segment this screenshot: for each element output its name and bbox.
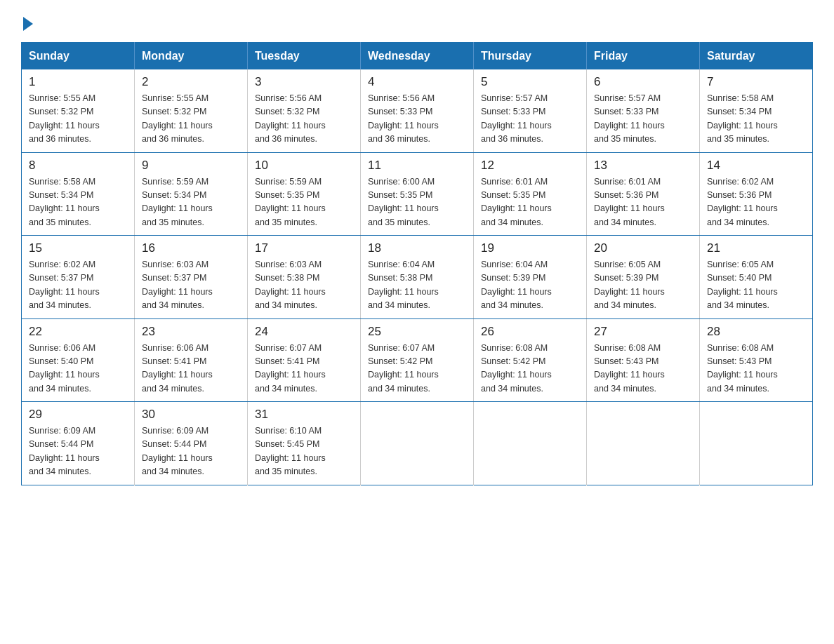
day-info: Sunrise: 6:09 AM Sunset: 5:44 PM Dayligh…: [29, 424, 127, 479]
day-number: 15: [29, 241, 127, 255]
day-number: 3: [255, 75, 353, 89]
day-info: Sunrise: 5:58 AM Sunset: 5:34 PM Dayligh…: [707, 92, 805, 147]
logo: [21, 14, 33, 28]
day-info: Sunrise: 5:57 AM Sunset: 5:33 PM Dayligh…: [481, 92, 579, 147]
calendar-cell: 21 Sunrise: 6:05 AM Sunset: 5:40 PM Dayl…: [700, 236, 813, 319]
day-number: 20: [594, 241, 692, 255]
calendar-cell: 20 Sunrise: 6:05 AM Sunset: 5:39 PM Dayl…: [587, 236, 700, 319]
calendar-cell: 5 Sunrise: 5:57 AM Sunset: 5:33 PM Dayli…: [474, 69, 587, 152]
day-number: 29: [29, 408, 127, 422]
day-number: 28: [707, 325, 805, 339]
calendar-cell: [587, 402, 700, 485]
calendar-table: SundayMondayTuesdayWednesdayThursdayFrid…: [21, 42, 813, 485]
day-number: 14: [707, 159, 805, 173]
day-info: Sunrise: 6:00 AM Sunset: 5:35 PM Dayligh…: [368, 175, 466, 230]
day-info: Sunrise: 5:56 AM Sunset: 5:32 PM Dayligh…: [255, 92, 353, 147]
day-number: 27: [594, 325, 692, 339]
header-thursday: Thursday: [474, 43, 587, 70]
header-wednesday: Wednesday: [361, 43, 474, 70]
day-info: Sunrise: 5:55 AM Sunset: 5:32 PM Dayligh…: [29, 92, 127, 147]
day-number: 8: [29, 159, 127, 173]
calendar-cell: 29 Sunrise: 6:09 AM Sunset: 5:44 PM Dayl…: [22, 402, 135, 485]
day-number: 9: [142, 159, 240, 173]
day-info: Sunrise: 6:03 AM Sunset: 5:37 PM Dayligh…: [142, 258, 240, 313]
day-info: Sunrise: 6:06 AM Sunset: 5:41 PM Dayligh…: [142, 342, 240, 396]
calendar-cell: 17 Sunrise: 6:03 AM Sunset: 5:38 PM Dayl…: [248, 236, 361, 319]
week-row-2: 8 Sunrise: 5:58 AM Sunset: 5:34 PM Dayli…: [22, 152, 813, 236]
calendar-cell: 24 Sunrise: 6:07 AM Sunset: 5:41 PM Dayl…: [248, 318, 361, 402]
calendar-cell: 28 Sunrise: 6:08 AM Sunset: 5:43 PM Dayl…: [700, 318, 813, 402]
day-number: 25: [368, 325, 466, 339]
day-number: 13: [594, 159, 692, 173]
calendar-cell: 12 Sunrise: 6:01 AM Sunset: 5:35 PM Dayl…: [474, 152, 587, 236]
calendar-cell: 25 Sunrise: 6:07 AM Sunset: 5:42 PM Dayl…: [361, 318, 474, 402]
week-row-5: 29 Sunrise: 6:09 AM Sunset: 5:44 PM Dayl…: [22, 402, 813, 485]
day-number: 1: [29, 75, 127, 89]
day-info: Sunrise: 6:09 AM Sunset: 5:44 PM Dayligh…: [142, 424, 240, 479]
day-info: Sunrise: 6:06 AM Sunset: 5:40 PM Dayligh…: [29, 342, 127, 396]
day-info: Sunrise: 5:57 AM Sunset: 5:33 PM Dayligh…: [594, 92, 692, 147]
calendar-cell: 10 Sunrise: 5:59 AM Sunset: 5:35 PM Dayl…: [248, 152, 361, 236]
calendar-cell: 22 Sunrise: 6:06 AM Sunset: 5:40 PM Dayl…: [22, 318, 135, 402]
day-number: 11: [368, 159, 466, 173]
calendar-cell: [474, 402, 587, 485]
calendar-cell: 3 Sunrise: 5:56 AM Sunset: 5:32 PM Dayli…: [248, 69, 361, 152]
day-info: Sunrise: 6:08 AM Sunset: 5:43 PM Dayligh…: [707, 342, 805, 396]
calendar-cell: 11 Sunrise: 6:00 AM Sunset: 5:35 PM Dayl…: [361, 152, 474, 236]
day-number: 21: [707, 241, 805, 255]
day-info: Sunrise: 6:05 AM Sunset: 5:39 PM Dayligh…: [594, 258, 692, 313]
calendar-cell: [361, 402, 474, 485]
header-saturday: Saturday: [700, 43, 813, 70]
calendar-cell: 6 Sunrise: 5:57 AM Sunset: 5:33 PM Dayli…: [587, 69, 700, 152]
day-info: Sunrise: 6:02 AM Sunset: 5:37 PM Dayligh…: [29, 258, 127, 313]
header-tuesday: Tuesday: [248, 43, 361, 70]
day-info: Sunrise: 6:02 AM Sunset: 5:36 PM Dayligh…: [707, 175, 805, 230]
day-number: 2: [142, 75, 240, 89]
day-info: Sunrise: 5:56 AM Sunset: 5:33 PM Dayligh…: [368, 92, 466, 147]
day-info: Sunrise: 6:04 AM Sunset: 5:38 PM Dayligh…: [368, 258, 466, 313]
header-sunday: Sunday: [22, 43, 135, 70]
day-number: 10: [255, 159, 353, 173]
page-header: [21, 14, 813, 28]
calendar-cell: 14 Sunrise: 6:02 AM Sunset: 5:36 PM Dayl…: [700, 152, 813, 236]
day-info: Sunrise: 6:05 AM Sunset: 5:40 PM Dayligh…: [707, 258, 805, 313]
logo-arrow-icon: [23, 17, 33, 31]
day-number: 16: [142, 241, 240, 255]
day-number: 22: [29, 325, 127, 339]
day-info: Sunrise: 6:07 AM Sunset: 5:41 PM Dayligh…: [255, 342, 353, 396]
day-number: 7: [707, 75, 805, 89]
day-number: 18: [368, 241, 466, 255]
day-number: 12: [481, 159, 579, 173]
day-info: Sunrise: 5:58 AM Sunset: 5:34 PM Dayligh…: [29, 175, 127, 230]
calendar-cell: 1 Sunrise: 5:55 AM Sunset: 5:32 PM Dayli…: [22, 69, 135, 152]
day-info: Sunrise: 5:59 AM Sunset: 5:35 PM Dayligh…: [255, 175, 353, 230]
week-row-3: 15 Sunrise: 6:02 AM Sunset: 5:37 PM Dayl…: [22, 236, 813, 319]
day-number: 30: [142, 408, 240, 422]
calendar-cell: 27 Sunrise: 6:08 AM Sunset: 5:43 PM Dayl…: [587, 318, 700, 402]
calendar-cell: 26 Sunrise: 6:08 AM Sunset: 5:42 PM Dayl…: [474, 318, 587, 402]
calendar-cell: 7 Sunrise: 5:58 AM Sunset: 5:34 PM Dayli…: [700, 69, 813, 152]
day-info: Sunrise: 6:04 AM Sunset: 5:39 PM Dayligh…: [481, 258, 579, 313]
day-info: Sunrise: 6:10 AM Sunset: 5:45 PM Dayligh…: [255, 424, 353, 479]
day-number: 5: [481, 75, 579, 89]
day-info: Sunrise: 5:55 AM Sunset: 5:32 PM Dayligh…: [142, 92, 240, 147]
calendar-cell: 4 Sunrise: 5:56 AM Sunset: 5:33 PM Dayli…: [361, 69, 474, 152]
calendar-cell: 19 Sunrise: 6:04 AM Sunset: 5:39 PM Dayl…: [474, 236, 587, 319]
calendar-cell: 18 Sunrise: 6:04 AM Sunset: 5:38 PM Dayl…: [361, 236, 474, 319]
day-number: 31: [255, 408, 353, 422]
day-info: Sunrise: 6:01 AM Sunset: 5:35 PM Dayligh…: [481, 175, 579, 230]
calendar-cell: [700, 402, 813, 485]
day-number: 17: [255, 241, 353, 255]
day-info: Sunrise: 6:08 AM Sunset: 5:43 PM Dayligh…: [594, 342, 692, 396]
calendar-cell: 23 Sunrise: 6:06 AM Sunset: 5:41 PM Dayl…: [135, 318, 248, 402]
calendar-cell: 15 Sunrise: 6:02 AM Sunset: 5:37 PM Dayl…: [22, 236, 135, 319]
day-number: 4: [368, 75, 466, 89]
calendar-header-row: SundayMondayTuesdayWednesdayThursdayFrid…: [22, 43, 813, 70]
day-number: 23: [142, 325, 240, 339]
day-info: Sunrise: 5:59 AM Sunset: 5:34 PM Dayligh…: [142, 175, 240, 230]
day-info: Sunrise: 6:08 AM Sunset: 5:42 PM Dayligh…: [481, 342, 579, 396]
week-row-1: 1 Sunrise: 5:55 AM Sunset: 5:32 PM Dayli…: [22, 69, 813, 152]
day-number: 24: [255, 325, 353, 339]
calendar-cell: 30 Sunrise: 6:09 AM Sunset: 5:44 PM Dayl…: [135, 402, 248, 485]
day-info: Sunrise: 6:03 AM Sunset: 5:38 PM Dayligh…: [255, 258, 353, 313]
